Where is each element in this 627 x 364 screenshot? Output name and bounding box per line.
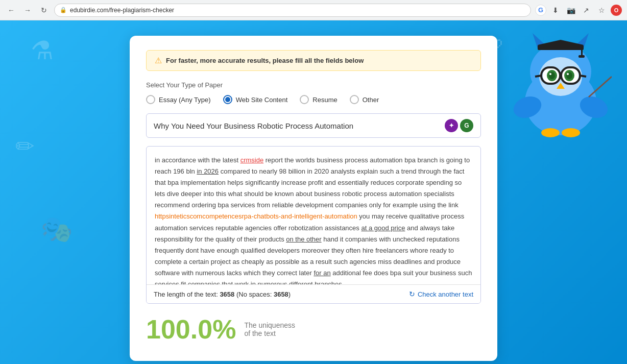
- uniqueness-label: The uniqueness: [244, 321, 295, 329]
- deco-mask-icon: 🎭: [41, 214, 73, 244]
- deco-pencil-icon: ✏: [15, 133, 35, 160]
- radio-inner-website: [225, 97, 230, 102]
- underline-on-the-other: on the other: [286, 235, 321, 243]
- google-icon[interactable]: G: [535, 5, 546, 16]
- warning-icon: ⚠: [155, 56, 162, 65]
- url-text: edubirdie.com/free-plagiarism-checker: [70, 7, 174, 14]
- lock-icon: 🔒: [60, 7, 67, 13]
- check-another-label: Check another text: [418, 290, 473, 298]
- orange-link: httpsinteticscomcompetencesrpa-chatbots-…: [155, 212, 357, 220]
- radio-outer-website[interactable]: [223, 95, 232, 104]
- underline-for-an: for an: [314, 269, 330, 277]
- svg-line-14: [535, 76, 541, 77]
- check-another-button[interactable]: ↻ Check another text: [409, 290, 473, 298]
- radio-label-resume: Resume: [312, 96, 337, 104]
- screenshot-icon[interactable]: 📷: [565, 4, 577, 16]
- radio-option-resume[interactable]: Resume: [300, 95, 337, 104]
- radio-option-website[interactable]: Web Site Content: [223, 95, 288, 104]
- radio-option-other[interactable]: Other: [350, 95, 379, 104]
- address-bar[interactable]: 🔒 edubirdie.com/free-plagiarism-checker: [54, 4, 531, 17]
- forward-button[interactable]: →: [21, 4, 34, 16]
- title-icons: ✦ G: [445, 119, 473, 132]
- title-input-wrapper[interactable]: Why You Need Your Business Robotic Proce…: [146, 113, 481, 138]
- svg-point-21: [567, 73, 569, 75]
- uniqueness-sublabel: of the text: [244, 329, 295, 337]
- svg-point-18: [549, 72, 555, 79]
- svg-point-25: [541, 128, 560, 137]
- uniqueness-section: 100.0% The uniqueness of the text: [146, 314, 481, 345]
- svg-rect-4: [538, 45, 584, 50]
- svg-marker-5: [538, 40, 584, 45]
- radio-label-essay: Essay (Any Type): [159, 96, 211, 104]
- deco-flask-icon: ⚗: [31, 36, 54, 65]
- paper-type-label: Select Your Type of Paper: [146, 81, 481, 89]
- text-length: The length of the text: 3658 (No spaces:…: [154, 290, 291, 298]
- no-spaces-count: 3658: [274, 290, 288, 298]
- no-spaces-label: No spaces:: [238, 290, 272, 298]
- extension-icon[interactable]: O: [611, 5, 622, 16]
- refresh-button[interactable]: ↻: [38, 4, 50, 16]
- refresh-icon: ↻: [409, 290, 415, 298]
- underline-in-2026: in 2026: [197, 167, 219, 175]
- radio-option-essay[interactable]: Essay (Any Type): [146, 95, 211, 104]
- uniqueness-label-block: The uniqueness of the text: [244, 321, 295, 337]
- share-icon[interactable]: ↗: [580, 4, 592, 16]
- underline-at-a-good-price: at a good price: [361, 224, 405, 232]
- grammarly-green-icon[interactable]: G: [460, 119, 473, 132]
- browser-actions: G ⬇ 📷 ↗ ☆ O: [535, 4, 622, 16]
- title-input[interactable]: Why You Need Your Business Robotic Proce…: [154, 122, 445, 130]
- radio-outer-other[interactable]: [350, 95, 359, 104]
- grammarly-purple-icon[interactable]: ✦: [445, 119, 458, 132]
- radio-outer-resume[interactable]: [300, 95, 309, 104]
- text-length-count: 3658: [220, 290, 234, 298]
- svg-line-15: [580, 76, 586, 77]
- svg-point-20: [549, 73, 551, 75]
- svg-rect-7: [578, 55, 585, 58]
- warning-banner: ⚠ For faster, more accurate results, ple…: [146, 50, 481, 71]
- back-button[interactable]: ←: [5, 4, 17, 16]
- text-length-label: The length of the text:: [154, 290, 218, 298]
- svg-rect-6: [581, 45, 583, 55]
- page-background: ⚗ ✏ 🎭 🖊 📖: [0, 20, 627, 364]
- text-footer: The length of the text: 3658 (No spaces:…: [147, 284, 480, 303]
- bookmark-icon[interactable]: ☆: [595, 4, 608, 16]
- download-icon[interactable]: ⬇: [549, 4, 562, 16]
- browser-chrome: ← → ↻ 🔒 edubirdie.com/free-plagiarism-ch…: [0, 0, 627, 20]
- paper-type-radio-group: Essay (Any Type) Web Site Content Resume…: [146, 95, 481, 104]
- svg-point-26: [562, 128, 580, 137]
- text-content[interactable]: in accordance with the latest crmside re…: [147, 147, 480, 284]
- text-area-wrapper: in accordance with the latest crmside re…: [146, 146, 481, 304]
- radio-outer-essay[interactable]: [146, 95, 155, 104]
- radio-label-other: Other: [363, 96, 379, 104]
- radio-label-website: Web Site Content: [236, 96, 288, 104]
- svg-point-19: [566, 72, 572, 79]
- warning-text: For faster, more accurate results, pleas…: [166, 57, 364, 64]
- main-card: ⚠ For faster, more accurate results, ple…: [130, 36, 497, 361]
- highlighted-crmside: crmside: [240, 156, 264, 164]
- mascot-owl: [510, 26, 612, 138]
- uniqueness-percent: 100.0%: [146, 314, 236, 345]
